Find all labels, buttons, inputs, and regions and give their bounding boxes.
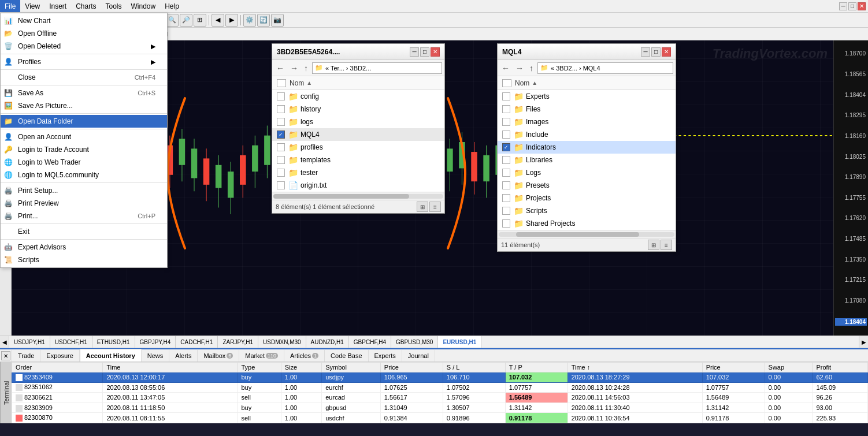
fe2-item-experts[interactable]: 📁 Experts (498, 90, 676, 103)
toolbar-screenshot[interactable]: 📷 (271, 14, 284, 27)
menu-open-account[interactable]: 👤 Open an Account (1, 131, 167, 143)
menu-item-charts[interactable]: Charts (71, 0, 101, 12)
fe1-forward[interactable]: → (288, 64, 300, 73)
bottom-tab-account-history[interactable]: Account History (80, 349, 142, 362)
menu-profiles[interactable]: 👤 Profiles ▶ (1, 55, 167, 68)
bottom-tab-alerts[interactable]: Alerts (169, 350, 198, 362)
fe1-item-origin[interactable]: 📄 origin.txt (272, 179, 444, 192)
fe2-item-projects[interactable]: 📁 Projects (498, 192, 676, 204)
fe1-item-mql4[interactable]: ✓ 📁 MQL4 (272, 128, 444, 141)
fe1-back[interactable]: ← (275, 64, 286, 73)
table-row[interactable]: 82306621 2020.08.11 13:47:05 sell 1.00 e… (12, 393, 868, 403)
bottom-tab-exposure[interactable]: Exposure (40, 350, 79, 362)
fe2-up[interactable]: ↑ (528, 64, 535, 73)
fe1-item-config[interactable]: 📁 config (272, 90, 444, 103)
fe1-item-history[interactable]: 📁 history (272, 103, 444, 115)
fe1-up[interactable]: ↑ (302, 64, 310, 73)
menu-print-preview[interactable]: 🖨️ Print Preview (1, 197, 167, 210)
menu-save-as-picture[interactable]: 🖼️ Save As Picture... (1, 99, 167, 112)
bottom-tab-mailbox[interactable]: Mailbox6 (198, 350, 239, 362)
bottom-tab-experts[interactable]: Experts (369, 350, 402, 362)
fe1-view-grid[interactable]: ⊞ (417, 202, 428, 212)
chart-tab-ethusd[interactable]: ETHUSD,H1 (92, 336, 135, 348)
toolbar-refresh[interactable]: 🔄 (257, 14, 270, 27)
menu-item-tools[interactable]: Tools (101, 0, 127, 12)
fe2-view-list[interactable]: ≡ (661, 240, 672, 250)
menu-item-view[interactable]: View (20, 0, 44, 12)
menu-login-web[interactable]: 🌐 Login to Web Trader (1, 156, 167, 169)
fe2-item-presets[interactable]: 📁 Presets (498, 179, 676, 192)
fe2-item-indicators[interactable]: ✓ 📁 Indicators (498, 141, 676, 154)
fe2-item-scripts[interactable]: 📁 Scripts (498, 204, 676, 217)
table-row[interactable]: 82353409 2020.08.13 12:00:17 buy 1.00 us… (12, 372, 868, 383)
fe2-minimize[interactable]: ─ (641, 47, 650, 57)
bottom-tab-market[interactable]: Market110 (239, 350, 284, 362)
bottom-tab-codebase[interactable]: Code Base (325, 350, 368, 362)
menu-login-mql5[interactable]: 🌐 Login to MQL5.community (1, 169, 167, 181)
menu-item-window[interactable]: Window (127, 0, 161, 12)
terminal-close-icon[interactable]: ✕ (1, 351, 10, 360)
menu-item-help[interactable]: Help (160, 0, 184, 12)
bottom-tab-news[interactable]: News (142, 350, 170, 362)
fe1-view-list[interactable]: ≡ (429, 202, 441, 212)
fe2-view-grid[interactable]: ⊞ (648, 240, 659, 250)
chart-tab-nav-next[interactable]: ▶ (859, 336, 868, 348)
toolbar-back[interactable]: ◀ (212, 14, 224, 27)
window-minimize[interactable]: ─ (839, 2, 847, 10)
window-close[interactable]: ✕ (858, 2, 866, 10)
fe2-item-shared[interactable]: 📁 Shared Projects (498, 217, 676, 230)
chart-tab-nav-prev[interactable]: ◀ (0, 336, 9, 348)
chart-tab-gbpchf[interactable]: GBPCHF,H4 (349, 336, 391, 348)
chart-tab-eurusd[interactable]: EURUSD,H1 (438, 336, 481, 348)
fe2-item-files[interactable]: 📁 Files (498, 103, 676, 115)
menu-open-data-folder[interactable]: 📁 Open Data Folder (1, 115, 167, 128)
window-maximize[interactable]: □ (848, 2, 856, 10)
fe1-close[interactable]: ✕ (431, 47, 440, 57)
menu-expert-advisors[interactable]: 🤖 Expert Advisors (1, 241, 167, 254)
chart-tab-usdjpy[interactable]: USDJPY,H1 (9, 336, 50, 348)
menu-scripts[interactable]: 📜 Scripts (1, 254, 167, 266)
chart-tab-zarjpy[interactable]: ZARJPY,H1 (218, 336, 258, 348)
menu-new-chart[interactable]: 📊 New Chart (1, 14, 167, 27)
bottom-tab-articles[interactable]: Articles1 (284, 350, 325, 362)
fe2-item-images[interactable]: 📁 Images (498, 115, 676, 128)
fe1-item-templates[interactable]: 📁 templates (272, 154, 444, 166)
fe2-close[interactable]: ✕ (662, 47, 671, 57)
fe2-item-logs[interactable]: 📁 Logs (498, 166, 676, 179)
fe1-item-profiles[interactable]: 📁 profiles (272, 141, 444, 154)
fe2-item-include[interactable]: 📁 Include (498, 128, 676, 141)
bottom-tab-trade[interactable]: Trade (12, 350, 40, 362)
chart-tab-usdmxn[interactable]: USDMXN,M30 (258, 336, 306, 348)
fe2-maximize[interactable]: □ (651, 47, 661, 57)
chart-tab-usdchf[interactable]: USDCHF,H1 (50, 336, 92, 348)
table-row[interactable]: 82303909 2020.08.11 11:18:50 buy 1.00 gb… (12, 403, 868, 413)
menu-open-offline[interactable]: 📂 Open Offline (1, 27, 167, 40)
menu-exit[interactable]: Exit (1, 225, 167, 238)
toolbar-zoom-out[interactable]: 🔎 (180, 14, 192, 27)
chart-tab-gbpusd[interactable]: GBPUSD,M30 (391, 336, 438, 348)
fe2-scrollbar[interactable] (498, 230, 676, 238)
fe1-item-logs[interactable]: 📁 logs (272, 115, 444, 128)
fe1-maximize[interactable]: □ (420, 47, 429, 57)
menu-item-file[interactable]: File (0, 0, 20, 12)
table-row[interactable]: 82300870 2020.08.11 08:11:55 sell 1.00 u… (12, 413, 868, 423)
chart-tab-gbpjpy[interactable]: GBPJPY,H4 (135, 336, 176, 348)
menu-open-deleted[interactable]: 🗑️ Open Deleted ▶ (1, 40, 167, 53)
menu-print-setup[interactable]: 🖨️ Print Setup... (1, 184, 167, 197)
menu-close[interactable]: Close Ctrl+F4 (1, 71, 167, 84)
menu-print[interactable]: 🖨️ Print... Ctrl+P (1, 210, 167, 222)
bottom-tab-journal[interactable]: Journal (402, 350, 435, 362)
menu-login-trade[interactable]: 🔑 Login to Trade Account (1, 143, 167, 156)
fe1-minimize[interactable]: ─ (410, 47, 419, 57)
chart-tab-audnzd[interactable]: AUDNZD,H1 (306, 336, 349, 348)
toolbar-forward[interactable]: ▶ (225, 14, 238, 27)
fe2-forward[interactable]: → (514, 64, 525, 73)
fe1-scrollbar[interactable] (272, 192, 444, 200)
fe2-back[interactable]: ← (500, 64, 511, 73)
chart-tab-cadchf[interactable]: CADCHF,H1 (176, 336, 218, 348)
fe1-item-tester[interactable]: 📁 tester (272, 166, 444, 179)
menu-item-insert[interactable]: Insert (44, 0, 71, 12)
menu-save-as[interactable]: 💾 Save As Ctrl+S (1, 87, 167, 99)
toolbar-indicators[interactable]: ⚙️ (243, 14, 256, 27)
fe2-item-libraries[interactable]: 📁 Libraries (498, 154, 676, 166)
